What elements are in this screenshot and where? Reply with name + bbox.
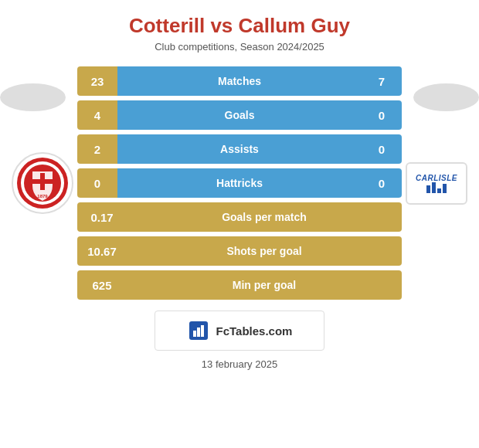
hattricks-left-value: 0 [77,168,117,198]
fctables-label: FcTables.com [216,324,293,338]
stats-section: 23 Matches 7 4 Goals 0 2 Assists 0 0 Hat… [77,66,402,300]
stat-row-goals: 4 Goals 0 [77,100,402,130]
left-badge-svg: 1879 [15,156,70,210]
stat-row-assists: 2 Assists 0 [77,134,402,164]
svg-text:1879: 1879 [37,194,48,199]
stat-row-goals-per-match: 0.17 Goals per match [77,202,402,232]
svg-rect-7 [426,185,430,193]
stat-row-hattricks: 0 Hattricks 0 [77,168,402,198]
svg-rect-4 [32,179,53,184]
left-team-badge: 1879 [12,152,73,214]
shots-per-goal-value: 10.67 [77,236,127,266]
shots-per-goal-label: Shots per goal [127,236,402,266]
svg-rect-8 [432,182,436,193]
fctables-banner: FcTables.com [155,311,324,351]
left-team-logo-container: 1879 [8,152,77,214]
stat-row-min-per-goal: 625 Min per goal [77,270,402,300]
page-subtitle: Club competitions, Season 2024/2025 [155,41,324,53]
assists-left-value: 2 [77,134,117,164]
carlisle-label: CARLISLE [409,167,464,199]
goals-label: Goals [117,100,362,130]
goals-right-value: 0 [362,100,402,130]
svg-rect-9 [437,188,441,193]
svg-rect-10 [443,184,447,193]
goals-left-value: 4 [77,100,117,130]
right-team-logo-container: CARLISLE [402,162,471,205]
page-title: Cotterill vs Callum Guy [129,14,350,38]
svg-rect-12 [193,331,196,337]
hattricks-right-value: 0 [362,168,402,198]
comparison-card: Cotterill vs Callum Guy Club competition… [0,0,479,448]
stat-row-shots-per-goal: 10.67 Shots per goal [77,236,402,266]
matches-left-value: 23 [77,66,117,96]
fctables-icon [187,319,210,342]
svg-text:CARLISLE: CARLISLE [416,174,457,182]
assists-label: Assists [117,134,362,164]
min-per-goal-label: Min per goal [127,270,402,300]
matches-label: Matches [117,66,362,96]
main-content: 1879 23 Matches 7 4 Goals 0 2 Assists 0 [8,66,471,300]
matches-right-value: 7 [362,66,402,96]
right-team-badge: CARLISLE [406,162,467,205]
date-footer: 13 february 2025 [202,358,277,370]
goals-per-match-value: 0.17 [77,202,127,232]
goals-per-match-label: Goals per match [127,202,402,232]
min-per-goal-value: 625 [77,270,127,300]
svg-rect-14 [201,325,204,337]
stat-row-matches: 23 Matches 7 [77,66,402,96]
svg-rect-13 [197,328,200,337]
hattricks-label: Hattricks [117,168,362,198]
assists-right-value: 0 [362,134,402,164]
